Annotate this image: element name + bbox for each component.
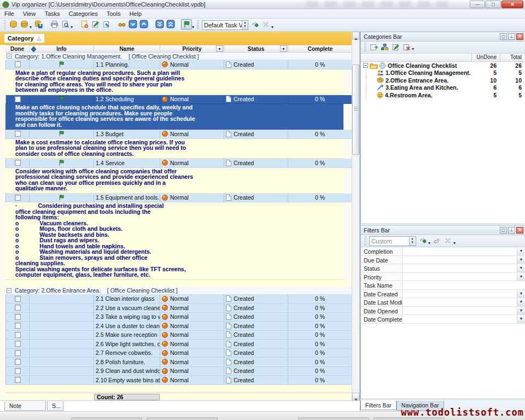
task-complete-cell[interactable]: 0 % [288, 60, 352, 69]
collapse-all-icon[interactable] [165, 19, 176, 30]
status-filter-dropdown[interactable]: ▼ [280, 45, 287, 52]
filter-dropdown-icon[interactable]: ▼ [517, 264, 525, 272]
task-name-cell[interactable]: 2.10 Empty waste bins at the [94, 376, 160, 385]
menu-file[interactable]: File [0, 10, 19, 18]
task-complete-cell[interactable]: 0 % [288, 340, 352, 349]
task-done-cell[interactable] [5, 376, 30, 385]
dropdown-caret-icon[interactable]: ▾ [412, 46, 414, 51]
task-name-cell[interactable]: 2.6 Wipe light switches, door [94, 340, 160, 349]
column-header-status[interactable]: Status▼ [224, 45, 288, 52]
filter-dropdown-icon[interactable]: ▼ [517, 290, 525, 298]
category-group-row[interactable]: −Category: 2.Office Entrance Area.[ Offi… [5, 287, 353, 295]
task-priority-cell[interactable]: Normal [160, 159, 224, 168]
priority-filter-dropdown[interactable]: ▼ [216, 45, 223, 52]
filter-value-field[interactable] [402, 247, 517, 255]
column-header-done[interactable]: Done [5, 45, 30, 52]
task-priority-cell[interactable]: Normal [160, 194, 224, 203]
filter-value-field[interactable] [402, 298, 517, 306]
task-name-cell[interactable]: 2.1 Clean interior glass [94, 295, 160, 304]
dock-tab-filters-bar[interactable]: Filters Bar [360, 400, 396, 410]
task-description[interactable]: · Considering purchasing and installing … [5, 202, 343, 280]
task-done-cell[interactable] [5, 313, 30, 322]
tree-collapse-icon[interactable]: − [363, 63, 368, 68]
dropdown-caret-icon[interactable]: ▾ [30, 25, 32, 30]
collapse-group-icon[interactable]: − [7, 54, 11, 59]
task-row[interactable]: 2.7 Remove cobwebs.NormalCreated0 % [5, 349, 353, 358]
delete-view-icon[interactable] [260, 20, 271, 30]
panel-pin-icon[interactable]: ⊥ [508, 227, 515, 234]
task-name-cell[interactable]: 1.4 Service [94, 159, 160, 168]
filter-value-field[interactable] [402, 256, 517, 264]
delete-filter-icon[interactable] [442, 236, 453, 246]
task-checkbox[interactable] [15, 359, 21, 365]
filter-value-field[interactable] [402, 273, 517, 281]
task-checkbox[interactable] [15, 195, 21, 201]
task-view-combobox[interactable]: Default Task V ▲▼ [202, 20, 248, 30]
expand-all-icon[interactable] [154, 19, 165, 30]
task-row[interactable]: 2.3 Take a wiping rag to washNormalCreat… [5, 313, 353, 322]
task-complete-cell[interactable]: 0 % [288, 295, 352, 304]
task-row[interactable]: 2.8 Polish furniture.NormalCreated0 % [5, 358, 353, 367]
task-status-cell[interactable]: Created [224, 367, 288, 376]
undone-column-header[interactable]: UnDone [471, 54, 500, 61]
task-status-cell[interactable]: Created [224, 194, 288, 203]
add-subcategory-icon[interactable] [379, 42, 390, 52]
new-database-icon[interactable] [8, 19, 19, 30]
task-done-cell[interactable] [5, 367, 30, 376]
dropdown-caret-icon[interactable]: ▾ [71, 25, 73, 30]
menu-tools[interactable]: Tools [102, 10, 125, 18]
filter-value-field[interactable] [402, 315, 517, 323]
menu-help[interactable]: Help [125, 10, 146, 18]
task-done-cell[interactable] [5, 331, 30, 340]
move-up-icon[interactable] [138, 19, 149, 30]
find-icon[interactable] [116, 19, 127, 30]
menu-categories[interactable]: Categories [65, 10, 102, 18]
tree-root-office-cleaning-checklist[interactable]: −Office Cleaning Checklist2626 [361, 62, 525, 69]
task-info-cell[interactable] [30, 95, 94, 104]
task-status-cell[interactable]: Created [224, 349, 288, 358]
tab-note[interactable]: Note [4, 401, 46, 411]
task-status-cell[interactable]: Created [224, 130, 288, 139]
task-info-cell[interactable] [30, 60, 94, 69]
task-complete-cell[interactable]: 0 % [288, 304, 352, 313]
task-status-cell[interactable]: Created [224, 376, 288, 385]
panel-close-icon[interactable]: ✕ [516, 227, 523, 234]
task-info-cell[interactable] [30, 194, 94, 203]
task-status-cell[interactable]: Created [224, 304, 288, 313]
task-name-cell[interactable]: 1.1 Planning. [94, 60, 160, 69]
task-done-cell[interactable] [5, 130, 30, 139]
vertical-scrollbar[interactable] [352, 32, 359, 400]
task-checkbox[interactable] [15, 368, 21, 374]
task-complete-cell[interactable]: 0 % [288, 159, 352, 168]
maximize-button[interactable]: □ [486, 1, 501, 8]
column-header-info[interactable]: Info [30, 45, 94, 52]
task-checkbox[interactable] [15, 377, 21, 383]
task-priority-cell[interactable]: Normal [160, 60, 224, 69]
open-database-icon[interactable] [19, 19, 30, 30]
task-checkbox[interactable] [15, 305, 21, 311]
task-priority-cell[interactable]: Normal [160, 295, 224, 304]
task-status-cell[interactable]: Created [224, 358, 288, 367]
task-description[interactable]: Make a plan of regular cleaning procedur… [5, 69, 343, 95]
task-complete-cell[interactable]: 0 % [288, 349, 352, 358]
task-name-cell[interactable]: 2.5 Make sure reception [94, 331, 160, 340]
column-header-complete[interactable]: Complete [288, 45, 352, 52]
tree-item-2-office-entrance-area-[interactable]: 2.Office Entrance Area.1010 [361, 77, 525, 84]
delete-task-icon[interactable] [101, 19, 112, 30]
task-row[interactable]: 2.5 Make sure receptionNormalCreated0 % [5, 331, 353, 340]
close-button[interactable]: ✕ [501, 1, 523, 8]
filter-dropdown-icon[interactable]: ▼ [517, 247, 525, 255]
group-by-category-chip[interactable]: Category △ [4, 33, 45, 43]
dropdown-caret-icon[interactable]: ▾ [192, 25, 194, 30]
panel-restore-icon[interactable]: ▢ [500, 33, 507, 40]
task-status-cell[interactable]: Created [224, 340, 288, 349]
task-priority-cell[interactable]: Normal [160, 304, 224, 313]
task-priority-cell[interactable]: Normal [160, 349, 224, 358]
task-status-cell[interactable]: Created [224, 331, 288, 340]
task-name-cell[interactable]: 1.2 Scheduling [94, 95, 160, 104]
task-priority-cell[interactable]: Normal [160, 322, 224, 331]
task-status-cell[interactable]: Created [224, 295, 288, 304]
task-complete-cell[interactable]: 0 % [288, 313, 352, 322]
task-row[interactable]: 2.6 Wipe light switches, doorNormalCreat… [5, 340, 353, 349]
dropdown-caret-icon[interactable]: ▾ [453, 241, 456, 246]
